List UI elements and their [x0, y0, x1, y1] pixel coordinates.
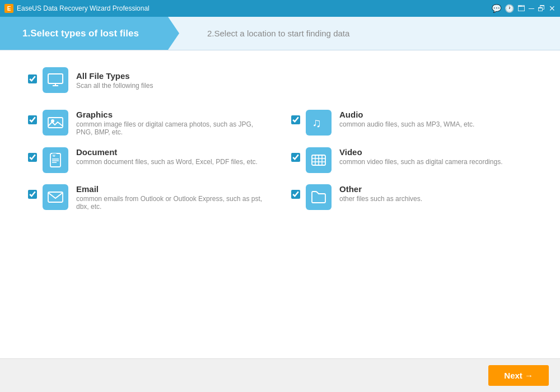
document-icon: W	[48, 152, 63, 168]
all-file-types-icon-box	[43, 67, 68, 93]
audio-title: Audio	[339, 110, 474, 119]
graphics-icon-box	[43, 110, 68, 136]
screenshot-icon[interactable]: 🗔	[517, 4, 525, 13]
footer: Next →	[0, 358, 560, 392]
all-file-types-title: All File Types	[76, 71, 153, 81]
email-text: Email common emails from Outlook or Outl…	[76, 184, 269, 211]
audio-checkbox[interactable]	[291, 115, 300, 124]
svg-rect-18	[48, 192, 63, 202]
app-icon: E	[4, 4, 13, 13]
email-description: common emails from Outlook or Outlook Ex…	[76, 195, 269, 211]
document-title: Document	[76, 147, 258, 157]
audio-icon-box: ♫	[306, 110, 332, 136]
email-item: Email common emails from Outlook or Outl…	[28, 184, 269, 211]
video-icon-box	[306, 147, 332, 173]
other-icon-box	[306, 184, 332, 210]
email-icon	[48, 190, 63, 204]
graphics-text: Graphics common image files or digital c…	[76, 110, 269, 136]
graphics-item: Graphics common image files or digital c…	[28, 110, 269, 136]
main-content: All File Types Scan all the following fi…	[0, 50, 560, 358]
all-file-types-row: All File Types Scan all the following fi…	[28, 67, 532, 93]
graphics-icon	[48, 116, 63, 129]
other-checkbox[interactable]	[291, 190, 300, 199]
document-text: Document common document files, such as …	[76, 147, 258, 166]
audio-description: common audio files, such as MP3, WMA, et…	[339, 120, 474, 128]
document-icon-box: W	[43, 147, 68, 173]
email-title: Email	[76, 184, 269, 194]
audio-icon: ♫	[311, 115, 326, 130]
video-icon	[311, 152, 326, 168]
video-text: Video common video files, such as digita…	[339, 147, 502, 166]
history-icon[interactable]: 🕐	[505, 4, 514, 13]
email-icon-box	[43, 184, 68, 210]
video-checkbox[interactable]	[291, 153, 300, 162]
document-checkbox[interactable]	[28, 153, 37, 162]
minimize-button[interactable]: ─	[529, 4, 534, 13]
window-controls[interactable]: 💬 🕐 🗔 ─ 🗗 ✕	[492, 4, 556, 13]
all-file-types-description: Scan all the following files	[76, 82, 153, 90]
graphics-description: common image files or digital camera pho…	[76, 120, 269, 136]
app-title: EaseUS Data Recovery Wizard Professional	[17, 4, 492, 12]
video-title: Video	[339, 147, 502, 157]
document-item: W Document common document files, such a…	[28, 147, 269, 173]
all-file-types-checkbox[interactable]	[28, 74, 37, 83]
email-checkbox[interactable]	[28, 190, 37, 199]
svg-rect-0	[48, 74, 63, 83]
document-description: common document files, such as Word, Exc…	[76, 158, 258, 166]
graphics-title: Graphics	[76, 110, 269, 119]
audio-item: ♫ Audio common audio files, such as MP3,…	[291, 110, 532, 136]
maximize-button[interactable]: 🗗	[538, 4, 545, 13]
chat-icon[interactable]: 💬	[492, 4, 501, 13]
wizard-header: 1.Select types of lost files 2.Select a …	[0, 17, 560, 50]
graphics-checkbox[interactable]	[28, 115, 37, 124]
video-item: Video common video files, such as digita…	[291, 147, 532, 173]
other-title: Other	[339, 184, 422, 194]
svg-text:♫: ♫	[312, 116, 321, 130]
folder-icon	[311, 189, 326, 205]
next-button[interactable]: Next →	[488, 365, 549, 386]
step-2: 2.Select a location to start finding dat…	[179, 17, 560, 50]
video-description: common video files, such as digital came…	[339, 158, 502, 166]
other-description: other files such as archives.	[339, 195, 422, 203]
monitor-icon	[48, 73, 63, 87]
file-types-grid: Graphics common image files or digital c…	[28, 110, 532, 211]
all-file-types-text: All File Types Scan all the following fi…	[76, 71, 153, 90]
step-1: 1.Select types of lost files	[0, 17, 179, 50]
audio-text: Audio common audio files, such as MP3, W…	[339, 110, 474, 128]
title-bar: E EaseUS Data Recovery Wizard Profession…	[0, 0, 560, 17]
other-item: Other other files such as archives.	[291, 184, 532, 211]
close-button[interactable]: ✕	[549, 4, 556, 13]
other-text: Other other files such as archives.	[339, 184, 422, 203]
all-file-types-checkbox-wrap[interactable]	[28, 74, 37, 86]
svg-rect-3	[48, 118, 63, 128]
svg-text:W: W	[53, 154, 55, 157]
step-2-label: 2.Select a location to start finding dat…	[207, 29, 349, 38]
step-1-label: 1.Select types of lost files	[22, 28, 139, 39]
